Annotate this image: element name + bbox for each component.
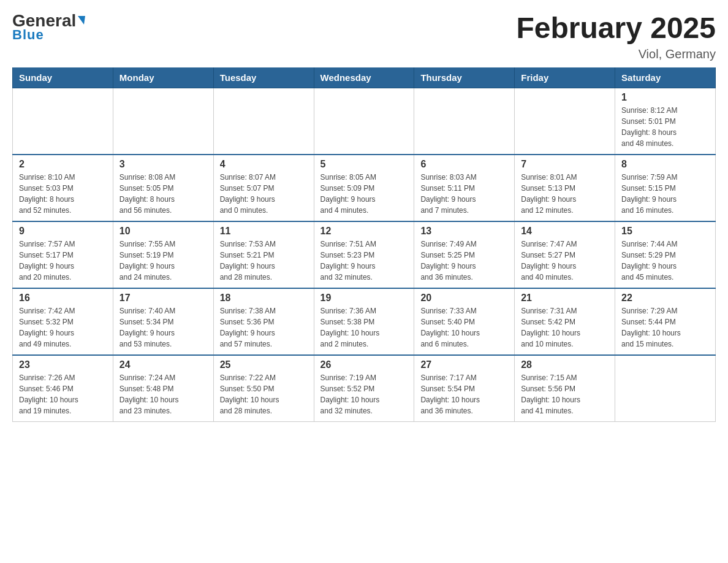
calendar-cell: 10Sunrise: 7:55 AMSunset: 5:19 PMDayligh… [113, 221, 213, 288]
calendar-cell [515, 88, 615, 155]
day-number: 3 [119, 159, 207, 170]
calendar-cell: 19Sunrise: 7:36 AMSunset: 5:38 PMDayligh… [314, 288, 414, 355]
day-info: Sunrise: 7:31 AMSunset: 5:42 PMDaylight:… [521, 305, 609, 350]
day-number: 24 [119, 359, 207, 370]
day-info: Sunrise: 8:03 AMSunset: 5:11 PMDaylight:… [420, 172, 508, 216]
calendar-cell: 9Sunrise: 7:57 AMSunset: 5:17 PMDaylight… [13, 221, 113, 288]
day-info: Sunrise: 7:51 AMSunset: 5:23 PMDaylight:… [320, 239, 408, 283]
day-info: Sunrise: 7:36 AMSunset: 5:38 PMDaylight:… [320, 305, 408, 350]
calendar-cell: 6Sunrise: 8:03 AMSunset: 5:11 PMDaylight… [414, 155, 515, 221]
day-number: 13 [420, 226, 508, 237]
day-number: 18 [220, 293, 308, 304]
day-number: 14 [521, 226, 609, 237]
day-number: 10 [119, 226, 207, 237]
calendar-cell: 7Sunrise: 8:01 AMSunset: 5:13 PMDaylight… [515, 155, 615, 221]
day-info: Sunrise: 8:08 AMSunset: 5:05 PMDaylight:… [119, 172, 207, 216]
calendar-cell: 28Sunrise: 7:15 AMSunset: 5:56 PMDayligh… [515, 355, 615, 422]
header-sunday: Sunday [13, 67, 113, 88]
calendar-cell: 5Sunrise: 8:05 AMSunset: 5:09 PMDaylight… [314, 155, 414, 221]
page-header: General Blue February 2025 Viol, Germany [12, 12, 716, 61]
calendar-cell: 27Sunrise: 7:17 AMSunset: 5:54 PMDayligh… [414, 355, 515, 422]
day-info: Sunrise: 7:29 AMSunset: 5:44 PMDaylight:… [621, 305, 709, 350]
day-number: 12 [320, 226, 408, 237]
day-info: Sunrise: 7:19 AMSunset: 5:52 PMDaylight:… [320, 372, 408, 416]
day-info: Sunrise: 7:17 AMSunset: 5:54 PMDaylight:… [420, 372, 508, 416]
calendar-cell: 2Sunrise: 8:10 AMSunset: 5:03 PMDaylight… [13, 155, 113, 221]
logo-triangle-icon [78, 16, 85, 25]
month-title: February 2025 [516, 12, 716, 45]
day-info: Sunrise: 7:15 AMSunset: 5:56 PMDaylight:… [521, 372, 609, 416]
calendar-cell [113, 88, 213, 155]
day-info: Sunrise: 7:44 AMSunset: 5:29 PMDaylight:… [621, 239, 709, 283]
calendar-cell: 4Sunrise: 8:07 AMSunset: 5:07 PMDaylight… [213, 155, 314, 221]
calendar-cell: 22Sunrise: 7:29 AMSunset: 5:44 PMDayligh… [615, 288, 716, 355]
calendar-cell [13, 88, 113, 155]
day-number: 7 [521, 159, 609, 170]
day-info: Sunrise: 7:53 AMSunset: 5:21 PMDaylight:… [220, 239, 308, 283]
day-info: Sunrise: 7:57 AMSunset: 5:17 PMDaylight:… [19, 239, 107, 283]
header-saturday: Saturday [615, 67, 716, 88]
day-info: Sunrise: 7:47 AMSunset: 5:27 PMDaylight:… [521, 239, 609, 283]
day-number: 23 [19, 359, 107, 370]
day-info: Sunrise: 7:22 AMSunset: 5:50 PMDaylight:… [220, 372, 308, 416]
title-block: February 2025 Viol, Germany [516, 12, 716, 61]
day-number: 16 [19, 293, 107, 304]
day-info: Sunrise: 8:07 AMSunset: 5:07 PMDaylight:… [220, 172, 308, 216]
calendar-cell: 24Sunrise: 7:24 AMSunset: 5:48 PMDayligh… [113, 355, 213, 422]
day-info: Sunrise: 7:40 AMSunset: 5:34 PMDaylight:… [119, 305, 207, 350]
day-number: 2 [19, 159, 107, 170]
day-info: Sunrise: 8:12 AMSunset: 5:01 PMDaylight:… [621, 105, 709, 149]
calendar-cell: 8Sunrise: 7:59 AMSunset: 5:15 PMDaylight… [615, 155, 716, 221]
day-number: 17 [119, 293, 207, 304]
logo: General Blue [12, 12, 85, 43]
day-number: 21 [521, 293, 609, 304]
calendar-cell: 14Sunrise: 7:47 AMSunset: 5:27 PMDayligh… [515, 221, 615, 288]
logo-blue: Blue [12, 27, 44, 43]
location: Viol, Germany [516, 47, 716, 61]
day-number: 4 [220, 159, 308, 170]
day-number: 8 [621, 159, 709, 170]
calendar-cell: 23Sunrise: 7:26 AMSunset: 5:46 PMDayligh… [13, 355, 113, 422]
day-info: Sunrise: 8:10 AMSunset: 5:03 PMDaylight:… [19, 172, 107, 216]
calendar-cell: 26Sunrise: 7:19 AMSunset: 5:52 PMDayligh… [314, 355, 414, 422]
day-info: Sunrise: 7:42 AMSunset: 5:32 PMDaylight:… [19, 305, 107, 350]
header-wednesday: Wednesday [314, 67, 414, 88]
header-monday: Monday [113, 67, 213, 88]
header-tuesday: Tuesday [213, 67, 314, 88]
day-info: Sunrise: 7:59 AMSunset: 5:15 PMDaylight:… [621, 172, 709, 216]
calendar-cell [314, 88, 414, 155]
header-thursday: Thursday [414, 67, 515, 88]
day-number: 9 [19, 226, 107, 237]
calendar-cell: 3Sunrise: 8:08 AMSunset: 5:05 PMDaylight… [113, 155, 213, 221]
calendar-table: SundayMondayTuesdayWednesdayThursdayFrid… [12, 67, 716, 422]
day-number: 20 [420, 293, 508, 304]
calendar-cell: 15Sunrise: 7:44 AMSunset: 5:29 PMDayligh… [615, 221, 716, 288]
day-info: Sunrise: 8:05 AMSunset: 5:09 PMDaylight:… [320, 172, 408, 216]
calendar-week-1: 1Sunrise: 8:12 AMSunset: 5:01 PMDaylight… [13, 88, 716, 155]
calendar-cell: 16Sunrise: 7:42 AMSunset: 5:32 PMDayligh… [13, 288, 113, 355]
day-number: 26 [320, 359, 408, 370]
day-number: 28 [521, 359, 609, 370]
day-info: Sunrise: 7:26 AMSunset: 5:46 PMDaylight:… [19, 372, 107, 416]
day-info: Sunrise: 7:38 AMSunset: 5:36 PMDaylight:… [220, 305, 308, 350]
header-friday: Friday [515, 67, 615, 88]
day-number: 22 [621, 293, 709, 304]
calendar-cell [615, 355, 716, 422]
day-info: Sunrise: 7:55 AMSunset: 5:19 PMDaylight:… [119, 239, 207, 283]
calendar-cell: 25Sunrise: 7:22 AMSunset: 5:50 PMDayligh… [213, 355, 314, 422]
calendar-cell: 20Sunrise: 7:33 AMSunset: 5:40 PMDayligh… [414, 288, 515, 355]
day-info: Sunrise: 7:49 AMSunset: 5:25 PMDaylight:… [420, 239, 508, 283]
calendar-cell: 13Sunrise: 7:49 AMSunset: 5:25 PMDayligh… [414, 221, 515, 288]
day-number: 19 [320, 293, 408, 304]
calendar-header-row: SundayMondayTuesdayWednesdayThursdayFrid… [13, 67, 716, 88]
day-number: 6 [420, 159, 508, 170]
calendar-cell [414, 88, 515, 155]
day-number: 11 [220, 226, 308, 237]
day-info: Sunrise: 7:24 AMSunset: 5:48 PMDaylight:… [119, 372, 207, 416]
calendar-cell: 21Sunrise: 7:31 AMSunset: 5:42 PMDayligh… [515, 288, 615, 355]
calendar-cell: 1Sunrise: 8:12 AMSunset: 5:01 PMDaylight… [615, 88, 716, 155]
calendar-week-4: 16Sunrise: 7:42 AMSunset: 5:32 PMDayligh… [13, 288, 716, 355]
calendar-cell [213, 88, 314, 155]
calendar-cell: 18Sunrise: 7:38 AMSunset: 5:36 PMDayligh… [213, 288, 314, 355]
calendar-week-2: 2Sunrise: 8:10 AMSunset: 5:03 PMDaylight… [13, 155, 716, 221]
